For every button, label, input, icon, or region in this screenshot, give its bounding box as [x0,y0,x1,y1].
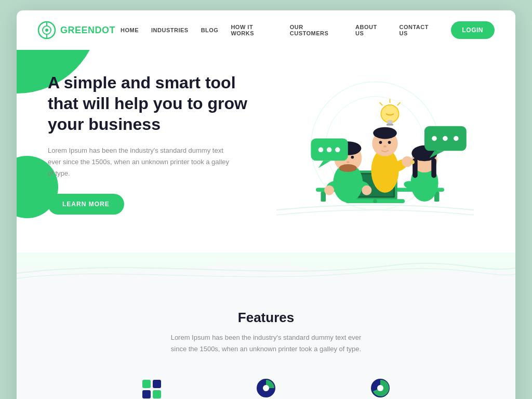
main-nav: HOME INDUSTRIES BLOG HOW IT WORKS OUR CU… [115,21,495,39]
svg-point-24 [324,185,334,195]
page-wrapper: GREENDOT HOME INDUSTRIES BLOG HOW IT WOR… [17,10,515,399]
nav-item-home[interactable]: HOME [115,24,144,36]
dashboard-icon-square-4 [153,390,161,398]
dashboard-icon [142,380,161,398]
team-illustration [276,65,474,221]
dashboard-icon-square-2 [153,380,161,388]
features-section: Features Lorem Ipsum has been the indust… [17,289,515,399]
logo-text: GREENDOT [60,25,115,36]
features-title: Features [48,310,484,326]
hero-section: A simple and smart tool that will help y… [17,50,515,252]
svg-point-60 [263,385,269,391]
svg-point-41 [410,160,415,164]
reports-icon [256,378,276,399]
svg-point-21 [347,161,350,163]
feature-reports: Reports Lorem Ipsum has been the industr… [224,376,308,399]
svg-point-40 [428,158,431,161]
learn-more-button[interactable]: LEARN MORE [48,194,124,215]
svg-rect-8 [321,192,326,202]
logo-icon [37,21,56,39]
svg-rect-54 [388,120,393,124]
dashboard-icon-wrap [138,376,165,399]
dashboard-icon-square-3 [142,390,151,398]
nav-item-blog[interactable]: BLOG [196,24,224,36]
traffic-icon [370,378,391,399]
traffic-reports-icon-wrap [367,376,394,399]
logo-green-part: GREEN [60,25,95,35]
wave-divider [17,252,515,289]
svg-point-62 [377,385,383,391]
svg-point-28 [373,127,397,139]
hero-title: A simple and smart tool that will help y… [48,72,266,135]
logo[interactable]: GREENDOT [37,21,115,39]
svg-point-47 [335,148,340,153]
svg-point-53 [381,105,398,123]
reports-icon-wrap [252,376,280,399]
header: GREENDOT HOME INDUSTRIES BLOG HOW IT WOR… [17,10,515,50]
svg-point-14 [373,199,377,203]
nav-item-our-customers[interactable]: OUR CUSTOMERS [285,21,348,39]
svg-point-25 [362,185,371,195]
features-grid: Dashboard Lorem Ipsum has been the indus… [48,376,484,399]
svg-point-52 [454,136,459,141]
svg-point-2 [45,29,48,32]
nav-item-contact-us[interactable]: CONTACT US [394,21,444,39]
svg-rect-55 [387,124,393,126]
svg-point-51 [443,136,448,141]
feature-traffic-reports: Traffic Reports Lorem Ipsum has been the… [339,376,422,399]
nav-item-how-it-works[interactable]: HOW IT WORKS [225,21,282,39]
svg-rect-38 [431,158,436,178]
svg-point-31 [383,145,387,148]
nav-item-industries[interactable]: INDUSTRIES [146,24,194,36]
hero-content: A simple and smart tool that will help y… [48,72,266,215]
logo-dark-part: DOT [95,25,116,35]
svg-marker-44 [318,161,331,168]
svg-point-20 [351,156,354,159]
svg-point-39 [419,158,422,161]
hero-illustration [266,65,484,221]
features-description: Lorem Ipsum has been the industry's stan… [167,332,365,355]
feature-dashboard: Dashboard Lorem Ipsum has been the indus… [110,376,193,399]
login-button[interactable]: LOGIN [451,21,495,39]
hero-description: Lorem Ipsum has been the industry's stan… [48,145,235,179]
svg-point-46 [327,148,332,153]
svg-point-30 [388,141,391,144]
svg-line-58 [380,102,383,105]
nav-item-about-us[interactable]: ABOUT US [350,21,392,39]
svg-point-45 [318,148,324,153]
svg-point-50 [432,136,437,141]
svg-point-29 [379,141,382,144]
dashboard-icon-square-1 [142,380,151,388]
svg-point-18 [339,164,357,172]
